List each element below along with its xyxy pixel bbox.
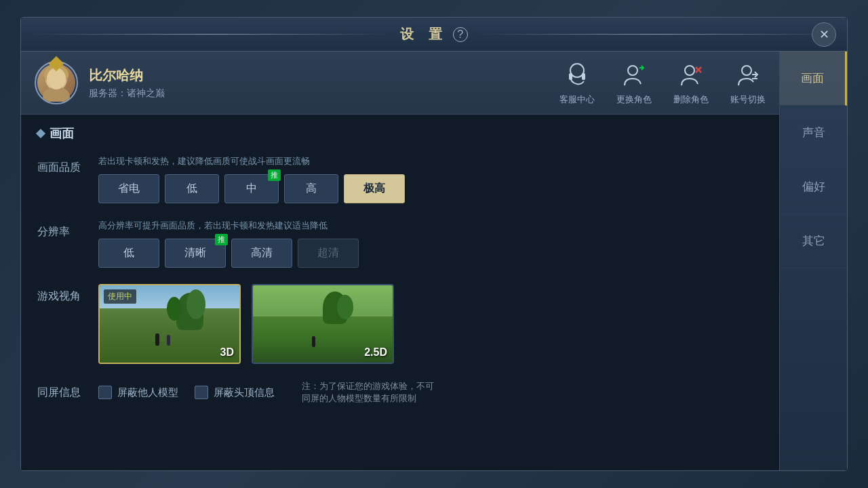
customer-service-button[interactable]: 客服中心 (559, 60, 595, 106)
dialog-title: 设 置 (400, 25, 448, 43)
svg-point-11 (742, 66, 751, 75)
quality-content: 若出现卡顿和发热，建议降低画质可使战斗画面更流畅 省电 低 中 推 高 极高 (98, 155, 763, 203)
view-3d-label: 3D (220, 346, 234, 359)
delete-character-button[interactable]: 删除角色 (673, 60, 709, 106)
help-button[interactable]: ? (453, 27, 468, 42)
change-character-icon (619, 60, 649, 89)
hide-info-label: 屏蔽头顶信息 (214, 386, 275, 399)
section-title-text: 画面 (50, 125, 74, 142)
quality-high-button[interactable]: 高 (284, 174, 338, 203)
section-title: 画面 (37, 125, 763, 142)
view-options: 使用中 3D (98, 284, 763, 364)
change-character-label: 更换角色 (616, 94, 652, 106)
settings-dialog: 设 置 ? ✕ (20, 17, 848, 471)
resolution-label: 分辨率 (37, 220, 98, 239)
quality-row: 画面品质 若出现卡顿和发热，建议降低画质可使战斗画面更流畅 省电 低 中 推 高… (37, 155, 763, 203)
res-ultra-hd-button[interactable]: 超清 (298, 239, 359, 268)
section-diamond-icon (36, 129, 45, 138)
quality-hint: 若出现卡顿和发热，建议降低画质可使战斗画面更流畅 (98, 155, 763, 167)
quality-label: 画面品质 (37, 155, 98, 175)
view-3d-using-badge: 使用中 (104, 289, 136, 304)
server-info: 服务器：诸神之巅 (89, 87, 559, 100)
view-25d-label: 2.5D (364, 346, 387, 359)
clear-badge: 推 (215, 234, 228, 245)
svg-rect-6 (582, 73, 585, 80)
hide-info-checkbox-box[interactable] (195, 386, 208, 399)
view-angle-row: 游戏视角 (37, 284, 763, 364)
res-low-button[interactable]: 低 (98, 239, 159, 268)
res-clear-button[interactable]: 清晰 推 (165, 239, 226, 268)
sidebar-tabs: 画面 声音 偏好 其它 (779, 52, 847, 470)
character-name: 比尔哈纳 (89, 66, 559, 85)
tab-preferences[interactable]: 偏好 (780, 160, 847, 214)
tab-graphics[interactable]: 画面 (780, 52, 847, 106)
tab-sound[interactable]: 声音 (780, 106, 847, 160)
checkbox-row: 屏蔽他人模型 屏蔽头顶信息 注：为了保证您的游戏体验，不可同屏的人物模型数量有所… (98, 380, 763, 405)
same-screen-row: 同屏信息 屏蔽他人模型 屏蔽头顶信息 注：为了保证您的游戏体验，不可同屏 (37, 380, 763, 405)
quality-power-save-button[interactable]: 省电 (98, 174, 159, 203)
view-angle-content: 使用中 3D (98, 284, 763, 364)
title-bar: 设 置 ? ✕ (21, 18, 847, 52)
quality-button-group: 省电 低 中 推 高 极高 (98, 174, 763, 203)
medium-badge: 推 (268, 169, 281, 181)
switch-account-button[interactable]: 账号切换 (730, 60, 766, 106)
close-button[interactable]: ✕ (812, 22, 836, 47)
hide-model-label: 屏蔽他人模型 (117, 386, 178, 399)
svg-point-7 (628, 66, 637, 75)
hide-model-checkbox[interactable]: 屏蔽他人模型 (98, 386, 178, 399)
customer-service-label: 客服中心 (559, 94, 595, 106)
title-line-right (479, 34, 836, 35)
resolution-hint: 高分辨率可提升画面品质，若出现卡顿和发热建议适当降低 (98, 220, 763, 232)
main-content: 比尔哈纳 服务器：诸神之巅 (21, 52, 779, 470)
settings-area: 画面 画面品质 若出现卡顿和发热，建议降低画质可使战斗画面更流畅 省电 低 中 … (21, 115, 779, 470)
switch-account-label: 账号切换 (730, 94, 766, 106)
quality-medium-button[interactable]: 中 推 (224, 174, 279, 203)
hide-model-checkbox-box[interactable] (98, 386, 112, 399)
avatar-container (35, 61, 78, 104)
quality-ultra-button[interactable]: 极高 (344, 174, 405, 203)
quality-low-button[interactable]: 低 (165, 174, 219, 203)
svg-point-8 (685, 66, 694, 75)
headset-icon (562, 60, 592, 89)
profile-info: 比尔哈纳 服务器：诸神之巅 (89, 66, 559, 100)
title-line-left (32, 34, 389, 35)
hide-info-checkbox[interactable]: 屏蔽头顶信息 (195, 386, 275, 399)
view-25d-option[interactable]: 2.5D (252, 284, 394, 364)
resolution-button-group: 低 清晰 推 高清 超清 (98, 239, 763, 268)
delete-character-label: 删除角色 (673, 94, 709, 106)
switch-account-icon (733, 60, 763, 89)
res-hd-button[interactable]: 高清 (231, 239, 292, 268)
view-angle-label: 游戏视角 (37, 284, 98, 304)
change-character-button[interactable]: 更换角色 (616, 60, 652, 106)
resolution-content: 高分辨率可提升画面品质，若出现卡顿和发热建议适当降低 低 清晰 推 高清 超清 (98, 220, 763, 268)
profile-bar: 比尔哈纳 服务器：诸神之巅 (21, 52, 779, 115)
profile-actions: 客服中心 更换角色 (559, 60, 766, 106)
resolution-row: 分辨率 高分辨率可提升画面品质，若出现卡顿和发热建议适当降低 低 清晰 推 高清… (37, 220, 763, 268)
same-screen-note: 注：为了保证您的游戏体验，不可同屏的人物模型数量有所限制 (302, 380, 434, 405)
tab-other[interactable]: 其它 (780, 214, 847, 268)
view-3d-option[interactable]: 使用中 3D (98, 284, 241, 364)
same-screen-label: 同屏信息 (37, 380, 98, 400)
delete-character-icon (676, 60, 706, 89)
dialog-body: 比尔哈纳 服务器：诸神之巅 (21, 52, 847, 470)
same-screen-content: 屏蔽他人模型 屏蔽头顶信息 注：为了保证您的游戏体验，不可同屏的人物模型数量有所… (98, 380, 763, 405)
